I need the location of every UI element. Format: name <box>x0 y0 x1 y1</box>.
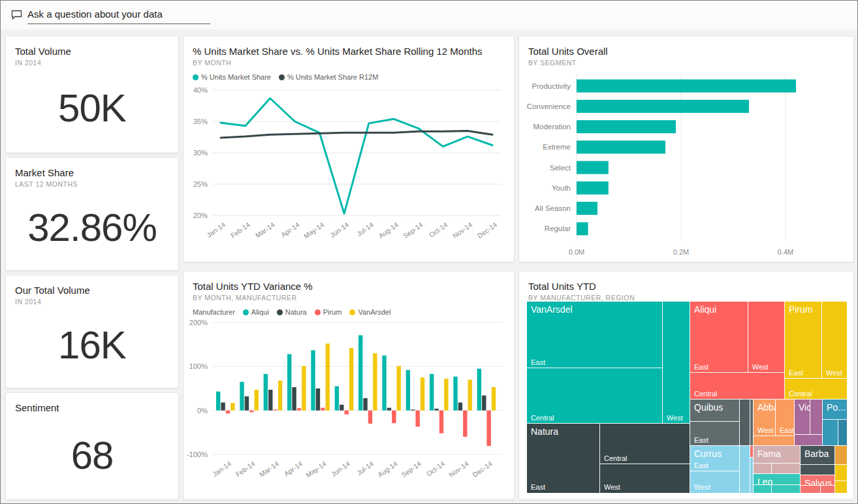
treemap-cell-aliqui[interactable]: AliquiEast <box>690 302 748 373</box>
bar[interactable] <box>463 411 467 437</box>
bar[interactable] <box>477 369 481 411</box>
bar[interactable] <box>287 354 291 410</box>
bar[interactable] <box>397 366 401 411</box>
treemap-cell-quibus[interactable]: Quibus <box>690 400 740 422</box>
bar[interactable] <box>344 411 348 415</box>
treemap-cell[interactable]: West <box>690 471 740 493</box>
bar[interactable] <box>577 181 609 195</box>
bar[interactable] <box>358 336 362 411</box>
treemap-cell-currus[interactable]: CurrusEast <box>690 446 740 471</box>
qna-input[interactable] <box>27 6 210 24</box>
treemap-cell-leo[interactable]: Leo <box>754 474 801 485</box>
treemap-cell[interactable] <box>810 400 823 435</box>
bar[interactable] <box>363 398 367 411</box>
bar[interactable] <box>268 390 272 411</box>
treemap-cell[interactable] <box>835 481 847 493</box>
line-chart[interactable]: 40%35%30%25%20%Jan-14Feb-14Mar-14Apr-14M… <box>186 84 509 247</box>
treemap-cell[interactable] <box>772 485 801 493</box>
bar[interactable] <box>468 380 472 411</box>
bar[interactable] <box>340 405 343 411</box>
bar[interactable] <box>316 388 320 411</box>
bar[interactable] <box>245 396 249 411</box>
tile-total-volume[interactable]: Total Volume IN 2014 50K <box>6 37 178 153</box>
treemap-cell[interactable]: Central <box>785 379 847 399</box>
bar[interactable] <box>430 374 434 411</box>
bar[interactable] <box>387 408 391 411</box>
bar[interactable] <box>411 409 415 410</box>
treemap-cell[interactable] <box>821 486 835 493</box>
treemap-cell[interactable] <box>801 486 821 493</box>
tile-total-units-overall[interactable]: Total Units Overall BY SEGMENT 0.0M0.2M0… <box>519 37 853 262</box>
bar[interactable] <box>434 409 438 411</box>
treemap-cell[interactable]: Central <box>600 424 690 464</box>
bar[interactable] <box>326 343 330 410</box>
bar[interactable] <box>577 80 796 93</box>
bar[interactable] <box>226 411 230 414</box>
bar[interactable] <box>406 370 410 411</box>
treemap-cell[interactable] <box>754 464 772 474</box>
treemap-cell-abbas[interactable]: AbbasWest <box>754 400 776 437</box>
treemap-cell[interactable] <box>754 436 795 446</box>
treemap-cell[interactable] <box>835 465 847 481</box>
treemap-cell[interactable]: West <box>748 302 785 373</box>
bar[interactable] <box>216 392 220 411</box>
bar[interactable] <box>302 366 306 411</box>
bar[interactable] <box>221 403 225 411</box>
bar[interactable] <box>368 411 372 424</box>
bar[interactable] <box>392 411 396 424</box>
treemap-cell[interactable] <box>740 400 750 447</box>
treemap-cell[interactable]: East <box>776 400 795 437</box>
treemap-cell[interactable] <box>795 435 823 446</box>
treemap-cell[interactable] <box>740 446 750 493</box>
bar[interactable] <box>382 356 386 411</box>
treemap-cell[interactable]: Central <box>527 368 663 424</box>
treemap-cell-fama[interactable]: Fama <box>754 446 801 463</box>
treemap-cell[interactable]: Central <box>690 373 785 399</box>
bar[interactable] <box>421 377 424 410</box>
treemap-cell[interactable] <box>835 446 847 464</box>
bar[interactable] <box>577 140 665 153</box>
bar[interactable] <box>240 382 244 411</box>
treemap-cell[interactable]: West <box>663 302 690 424</box>
bar[interactable] <box>255 390 259 411</box>
treemap-cell[interactable] <box>823 420 838 446</box>
tile-total-units-ytd[interactable]: Total Units YTD BY MANUFACTURER, REGION … <box>519 272 853 499</box>
bar[interactable] <box>273 409 277 410</box>
treemap-cell[interactable] <box>801 465 835 475</box>
treemap-chart[interactable]: VanArsdelEastCentralWestNaturaEastCentra… <box>527 302 847 493</box>
tile-sentiment[interactable]: Sentiment 68 <box>6 393 178 499</box>
bar[interactable] <box>321 408 325 411</box>
horizontal-bar-chart[interactable]: 0.0M0.2M0.4MProductivityConvenienceModer… <box>520 71 851 261</box>
bar[interactable] <box>577 100 749 113</box>
bar[interactable] <box>249 411 253 413</box>
bar[interactable] <box>577 120 676 133</box>
bar[interactable] <box>492 387 496 411</box>
tile-market-share-line-chart[interactable]: % Units Market Share vs. % Units Market … <box>183 37 514 262</box>
bar[interactable] <box>230 403 234 410</box>
tile-market-share[interactable]: Market Share LAST 12 MONTHS 32.86% <box>6 158 178 270</box>
bar[interactable] <box>486 411 490 447</box>
tile-our-total-volume[interactable]: Our Total Volume IN 2014 16K <box>6 276 178 388</box>
treemap-cell[interactable] <box>838 420 847 446</box>
treemap-cell-vict[interactable]: Vict... <box>795 400 810 435</box>
treemap-cell[interactable]: East <box>690 422 740 446</box>
treemap-cell[interactable]: West <box>822 302 847 379</box>
tile-ytd-variance-chart[interactable]: Total Units YTD Variance % BY MONTH, MAN… <box>183 272 514 499</box>
bar[interactable] <box>482 396 486 411</box>
line-series[interactable] <box>221 98 492 213</box>
bar[interactable] <box>264 374 268 411</box>
bar[interactable] <box>415 411 419 427</box>
bar[interactable] <box>458 403 462 411</box>
bar[interactable] <box>335 386 339 411</box>
bar[interactable] <box>444 379 448 410</box>
bar[interactable] <box>453 377 457 411</box>
bar[interactable] <box>292 387 296 411</box>
bar[interactable] <box>439 411 443 433</box>
treemap-cell[interactable]: West <box>600 464 690 493</box>
grouped-bar-chart[interactable]: 200%100%0%-100%Jan-14Feb-14Mar-14Apr-14M… <box>186 317 509 488</box>
bar[interactable] <box>297 408 301 410</box>
bar[interactable] <box>577 202 597 215</box>
bar[interactable] <box>311 350 315 410</box>
treemap-cell-vanarsdel[interactable]: VanArsdelEast <box>527 302 663 368</box>
bar[interactable] <box>349 348 353 411</box>
